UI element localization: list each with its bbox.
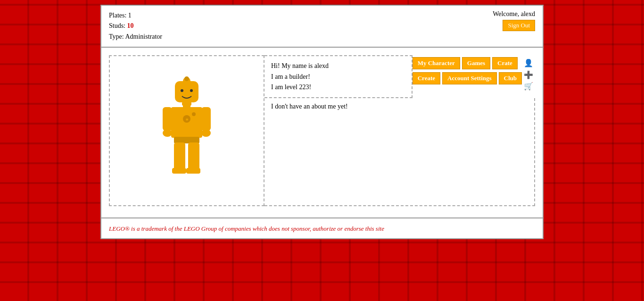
cart-icon[interactable]: 🛒 — [524, 81, 533, 92]
svg-rect-12 — [174, 137, 199, 143]
crate-button[interactable]: Crate — [492, 57, 518, 69]
type-info: Type: Administrator — [109, 32, 162, 42]
my-character-button[interactable]: My Character — [413, 57, 460, 69]
bio-line2: I am a builder! — [271, 72, 405, 82]
plates-label: Plates: — [109, 12, 126, 19]
lego-figure: ★ — [156, 76, 217, 185]
header: Plates: 1 Studs: 10 Type: Administrator … — [101, 6, 543, 48]
club-button[interactable]: Club — [499, 72, 522, 84]
svg-point-9 — [163, 129, 172, 137]
buttons-and-icons: My Character Games Crate Create Account … — [413, 55, 535, 94]
svg-rect-13 — [174, 142, 185, 171]
svg-point-2 — [190, 89, 193, 92]
games-button[interactable]: Games — [462, 57, 490, 69]
footer: LEGO® is a trademark of the LEGO Group o… — [101, 217, 543, 238]
svg-rect-10 — [201, 107, 211, 131]
buttons-section: My Character Games Crate Create Account … — [413, 55, 522, 86]
side-icons: 👤 ➕ 🛒 — [522, 55, 535, 94]
right-side: Hi! My name is alexd I am a builder! I a… — [264, 55, 535, 206]
svg-rect-8 — [163, 107, 172, 131]
bottom-buttons-row: Create Account Settings Club — [413, 72, 522, 84]
studs-label: Studs: — [109, 22, 125, 29]
svg-point-11 — [201, 129, 211, 137]
plates-value: 1 — [128, 12, 132, 19]
about-panel: I don't have an about me yet! — [264, 98, 535, 206]
header-left: Plates: 1 Studs: 10 Type: Administrator — [109, 10, 162, 42]
bio-line3: I am level 223! — [271, 82, 405, 92]
add-icon[interactable]: ➕ — [524, 70, 533, 80]
content-area: ★ — [101, 48, 543, 217]
about-text: I don't have an about me yet! — [271, 103, 348, 110]
create-button[interactable]: Create — [413, 72, 440, 84]
account-settings-button[interactable]: Account Settings — [442, 72, 497, 84]
character-panel: ★ — [109, 55, 264, 206]
info-row: Hi! My name is alexd I am a builder! I a… — [264, 55, 535, 98]
svg-point-19 — [192, 112, 196, 116]
plates-info: Plates: 1 — [109, 10, 162, 21]
svg-rect-4 — [183, 102, 190, 107]
svg-text:★: ★ — [185, 117, 189, 122]
svg-rect-16 — [186, 168, 200, 174]
profile-grid: ★ — [109, 55, 535, 206]
actions-wrapper: My Character Games Crate Create Account … — [413, 55, 535, 94]
type-value: Administrator — [125, 33, 162, 40]
sign-out-button[interactable]: Sign Out — [503, 20, 535, 31]
main-container: Plates: 1 Studs: 10 Type: Administrator … — [100, 5, 544, 239]
studs-value: 10 — [127, 22, 134, 29]
studs-info: Studs: 10 — [109, 21, 162, 31]
person-icon[interactable]: 👤 — [524, 58, 533, 68]
bio-line1: Hi! My name is alexd — [271, 61, 405, 71]
svg-rect-15 — [172, 168, 186, 174]
type-label: Type: — [109, 33, 124, 40]
svg-point-1 — [181, 89, 183, 92]
header-right: Welcome, alexd Sign Out — [493, 10, 535, 31]
svg-rect-14 — [188, 142, 199, 171]
bio-panel: Hi! My name is alexd I am a builder! I a… — [264, 55, 413, 98]
welcome-text: Welcome, alexd — [493, 10, 535, 18]
footer-disclaimer: LEGO® is a trademark of the LEGO Group o… — [109, 225, 384, 232]
top-buttons-row: My Character Games Crate — [413, 57, 522, 69]
svg-point-18 — [184, 76, 189, 81]
